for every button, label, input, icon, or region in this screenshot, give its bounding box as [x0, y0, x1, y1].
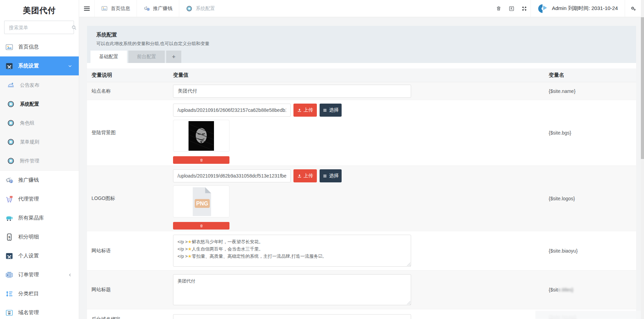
search-icon[interactable]	[71, 25, 77, 30]
domain-box-icon: w	[5, 309, 13, 317]
app-logo: 美团代付	[0, 0, 79, 21]
blurred-varname: e.titles}	[558, 287, 573, 293]
sidebar-item-attachments[interactable]: 附件管理	[0, 151, 79, 170]
logo-file-preview[interactable]: PNG	[173, 185, 229, 217]
backend-domain-input[interactable]	[173, 314, 411, 319]
table-header-row: 变量说明 变量值 变量名	[87, 68, 636, 82]
ring-icon	[7, 119, 15, 127]
megaphone-icon: $	[5, 176, 13, 184]
add-tab-button[interactable]: +	[166, 51, 181, 63]
row-label: 网站标题	[87, 287, 173, 293]
avatar	[538, 3, 548, 14]
background-path-input[interactable]	[173, 104, 291, 117]
sidebar-item-label: 代理管理	[18, 196, 39, 202]
vertical-scrollbar[interactable]	[641, 0, 644, 319]
sidebar-item-role-group[interactable]: 角色组	[0, 114, 79, 132]
sidebar-item-announcement[interactable]: 公告发布	[0, 76, 79, 95]
admin-expiry-text: Admin 到期时间: 2031-10-24	[552, 5, 618, 12]
sidebar-item-label: 推广赚钱	[18, 177, 39, 183]
scrollbar-thumb[interactable]	[641, 17, 644, 159]
language-button[interactable]	[505, 0, 518, 17]
sidebar-item-label: 系统配置	[20, 101, 39, 107]
tab-basic-config[interactable]: 基础配置	[90, 51, 127, 63]
sidebar-item-dish-library[interactable]: 所有菜品库	[0, 209, 79, 227]
search-input[interactable]	[9, 25, 71, 30]
sidebar-item-label: 积分明细	[18, 234, 39, 240]
upload-button[interactable]: 上传	[293, 169, 317, 182]
site-title-textarea[interactable]: 美团代付	[173, 274, 411, 305]
window-image-icon	[5, 43, 13, 51]
clear-cache-button[interactable]	[492, 0, 505, 17]
settings-button[interactable]	[625, 0, 641, 17]
cart-icon	[5, 195, 13, 203]
sidebar-item-home-info[interactable]: 首页信息	[0, 38, 79, 56]
row-varname: {$site.biaoyu}	[549, 248, 636, 254]
app-logo-text: 美团代付	[23, 5, 56, 16]
slogan-line: </p >★零扣量、高质量、高稳定性的系统，主打一流品牌,打造一流服务☑。	[178, 253, 407, 260]
topbar-tab-home-info[interactable]: 首页信息	[94, 0, 137, 17]
sidebar-item-points-detail[interactable]: $ 积分明细	[0, 227, 79, 246]
fullscreen-button[interactable]	[518, 0, 530, 17]
slogan-line: </p >★人生自信两百年，会当击水三千里。	[178, 245, 407, 253]
upload-button[interactable]: 上传	[293, 104, 317, 117]
row-label: 登陆背景图	[87, 100, 173, 166]
sidebar-item-menu-rules[interactable]: 菜单规则	[0, 132, 79, 151]
site-name-input[interactable]	[173, 85, 411, 98]
sidebar-item-agent-management[interactable]: 代理管理	[0, 190, 79, 209]
row-varname: {$site.name}	[549, 82, 636, 100]
table-row-site-slogan: 网站标语 </p >★鲜衣怒马少年时，一夜望尽长安花。 </p >★人生自信两百…	[87, 231, 636, 270]
topbar-tab-label: 系统配置	[196, 6, 215, 12]
sidebar-item-label: 域名管理	[18, 309, 39, 316]
hamburger-menu-icon[interactable]	[79, 0, 94, 17]
sidebar-item-order-management[interactable]: 订单管理	[0, 265, 79, 284]
table-row-logo-icon: LOGO图标 上传 选择 PNG	[87, 166, 636, 231]
sidebar-item-category-columns[interactable]: 分类栏目	[0, 284, 79, 303]
sidebar-search[interactable]	[4, 21, 74, 34]
table-row-login-background: 登陆背景图 上传 选择	[87, 100, 636, 166]
star-icon: ★	[188, 254, 192, 259]
row-label: 网站标语	[87, 248, 173, 254]
system-config-panel: 系统配置 可以在此增改系统的变量和分组,也可以自定义分组和变量 基础配置 前台配…	[87, 26, 636, 319]
announcement-dome-icon	[7, 81, 15, 89]
logo-path-input[interactable]	[173, 169, 291, 182]
sidebar: 美团代付 首页信息 系统设置	[0, 0, 79, 319]
ring-icon	[7, 138, 15, 146]
phone-dollar-icon: $	[5, 233, 13, 241]
admin-profile[interactable]: Admin 到期时间: 2031-10-24	[530, 0, 625, 17]
config-tabs: 基础配置 前台配置 +	[90, 51, 181, 63]
translate-book-icon	[508, 6, 515, 12]
topbar-tab-label: 首页信息	[111, 6, 130, 12]
sidebar-item-label: 所有菜品库	[18, 215, 44, 221]
trolley-icon	[5, 214, 13, 222]
site-slogan-textarea[interactable]: </p >★鲜衣怒马少年时，一夜望尽长安花。 </p >★人生自信两百年，会当击…	[173, 235, 411, 267]
delete-background-button[interactable]	[173, 156, 229, 164]
ring-icon	[7, 100, 15, 108]
topbar-tab-system-config[interactable]: 系统配置	[179, 0, 222, 17]
tab-frontend-config[interactable]: 前台配置	[128, 51, 165, 63]
table-row-site-name: 站点名称 {$site.name}	[87, 82, 636, 100]
choose-button[interactable]: 选择	[320, 169, 342, 182]
choose-button-label: 选择	[329, 107, 339, 113]
sidebar-item-system-config[interactable]: 系统配置	[0, 95, 79, 114]
sidebar-item-label: 个人设置	[18, 253, 39, 259]
background-image-preview[interactable]	[173, 120, 229, 152]
delete-logo-button[interactable]	[173, 222, 229, 230]
sidebar-item-promotion[interactable]: $ 推广赚钱	[0, 171, 79, 190]
sidebar-item-system-settings[interactable]: 系统设置	[0, 56, 79, 75]
row-label: 站点名称	[87, 82, 173, 100]
chevron-left-icon	[68, 273, 73, 277]
choose-button[interactable]: 选择	[320, 104, 342, 117]
system-settings-submenu: 公告发布 系统配置 角色组 菜单规则	[0, 75, 79, 171]
svg-text:$: $	[8, 235, 10, 238]
sidebar-menu: 首页信息 系统设置 公告发布 系统配置	[0, 38, 79, 319]
star-icon: ★	[188, 246, 192, 252]
list-icon	[323, 108, 327, 113]
sidebar-item-domain-management[interactable]: w 域名管理	[0, 303, 79, 319]
topbar-tab-promotion[interactable]: $ 推广赚钱	[137, 0, 179, 17]
trash-icon	[496, 6, 502, 11]
sidebar-item-personal-settings[interactable]: 个人设置	[0, 246, 79, 265]
row-label: LOGO图标	[87, 166, 173, 231]
list-icon	[323, 174, 327, 178]
slogan-line: </p >★鲜衣怒马少年时，一夜望尽长安花。	[178, 238, 407, 245]
row-varname: {$site.bgs}	[549, 100, 636, 166]
